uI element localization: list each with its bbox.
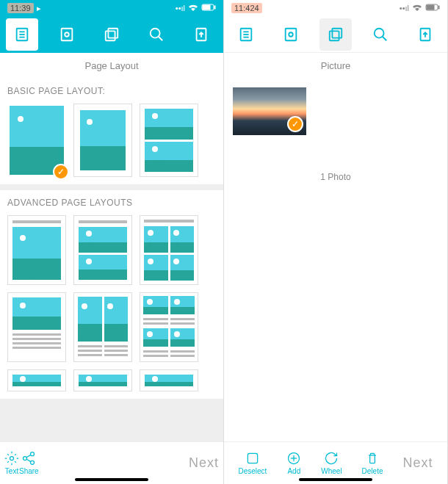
add-label: Add bbox=[287, 467, 300, 475]
section-advanced-title: ADVANCED PAGE LAYOUTS bbox=[7, 198, 216, 208]
layout-header-4img[interactable] bbox=[140, 215, 198, 285]
signal-icon: ••ıl bbox=[400, 4, 409, 12]
tab-search[interactable] bbox=[364, 18, 397, 51]
wheel-label: Wheel bbox=[321, 467, 342, 475]
layout-extra-3[interactable] bbox=[140, 369, 198, 391]
svg-rect-34 bbox=[248, 453, 257, 463]
content-area: BASIC PAGE LAYOUT: ✓ ADVANCED PAGE LAYOU… bbox=[0, 79, 223, 441]
svg-line-12 bbox=[159, 37, 163, 41]
page-title: Picture bbox=[224, 53, 447, 79]
share-button[interactable]: Share bbox=[19, 451, 39, 475]
next-button[interactable]: Next bbox=[189, 455, 219, 471]
svg-rect-30 bbox=[330, 31, 339, 40]
tab-layout[interactable] bbox=[230, 18, 262, 51]
svg-point-8 bbox=[65, 32, 69, 37]
section-basic-title: BASIC PAGE LAYOUT: bbox=[7, 86, 216, 96]
svg-rect-10 bbox=[106, 31, 115, 40]
layout-extra-1[interactable] bbox=[7, 369, 66, 391]
wifi-icon bbox=[412, 4, 422, 12]
screen-pictures: 11:424 ••ıl Picture ✓ bbox=[224, 0, 448, 484]
top-tabs bbox=[224, 16, 447, 53]
status-bar: 11:39 ▸ ••ıl bbox=[0, 0, 223, 16]
tab-search[interactable] bbox=[140, 18, 173, 51]
section-advanced: ADVANCED PAGE LAYOUTS bbox=[0, 190, 223, 399]
check-icon: ✓ bbox=[53, 164, 69, 180]
svg-rect-9 bbox=[108, 29, 118, 38]
deselect-button[interactable]: Deselect bbox=[238, 451, 267, 475]
svg-rect-2 bbox=[214, 6, 215, 9]
add-button[interactable]: Add bbox=[286, 451, 301, 475]
layout-two-stacked[interactable] bbox=[140, 104, 198, 177]
svg-point-16 bbox=[24, 457, 27, 460]
status-icons-right: ••ıl bbox=[176, 4, 216, 12]
layout-header-2img[interactable] bbox=[73, 215, 132, 285]
status-time: 11:39 bbox=[7, 3, 34, 13]
page-title: Page Layout bbox=[0, 53, 223, 79]
tab-layout[interactable] bbox=[6, 18, 38, 51]
layout-extra-2[interactable] bbox=[73, 369, 132, 391]
text-button[interactable]: Text bbox=[4, 451, 19, 475]
photo-count: 1 Photo bbox=[224, 172, 447, 182]
screen-page-layout: 11:39 ▸ ••ıl Page Layout bbox=[0, 0, 224, 484]
share-label: Share bbox=[19, 467, 39, 475]
battery-icon bbox=[201, 4, 216, 12]
wheel-button[interactable]: Wheel bbox=[321, 451, 342, 475]
svg-line-32 bbox=[383, 36, 387, 40]
tab-pictures[interactable] bbox=[95, 18, 128, 51]
status-icons-right: ••ıl bbox=[400, 4, 440, 12]
next-button[interactable]: Next bbox=[402, 455, 433, 471]
svg-rect-27 bbox=[286, 28, 297, 40]
svg-point-15 bbox=[31, 452, 35, 456]
tab-upload[interactable] bbox=[409, 18, 441, 51]
section-basic: BASIC PAGE LAYOUT: ✓ bbox=[0, 79, 223, 184]
layout-single-full[interactable]: ✓ bbox=[7, 104, 66, 177]
status-bar: 11:424 ••ıl bbox=[224, 0, 447, 16]
wifi-icon bbox=[188, 4, 198, 12]
layout-2col-img-text[interactable] bbox=[73, 292, 132, 362]
deselect-label: Deselect bbox=[238, 467, 267, 475]
content-area: ✓ 1 Photo bbox=[224, 79, 447, 441]
layout-single-bordered[interactable] bbox=[73, 104, 132, 177]
tab-pictures[interactable] bbox=[319, 18, 352, 51]
svg-point-28 bbox=[289, 32, 293, 37]
svg-rect-1 bbox=[203, 5, 210, 10]
layout-4col-img-text[interactable] bbox=[140, 292, 198, 362]
layout-img-text[interactable] bbox=[7, 292, 66, 362]
status-time: 11:424 bbox=[231, 3, 262, 13]
tab-settings[interactable] bbox=[275, 18, 307, 51]
text-label: Text bbox=[5, 467, 18, 475]
svg-point-14 bbox=[10, 457, 14, 460]
svg-point-17 bbox=[31, 460, 35, 464]
svg-rect-22 bbox=[438, 6, 439, 9]
home-indicator[interactable] bbox=[299, 478, 372, 481]
svg-rect-29 bbox=[332, 28, 342, 37]
svg-line-19 bbox=[26, 459, 31, 461]
svg-rect-7 bbox=[62, 29, 73, 41]
tab-settings[interactable] bbox=[51, 18, 83, 51]
svg-rect-21 bbox=[427, 5, 434, 10]
location-icon: ▸ bbox=[37, 4, 41, 13]
svg-point-31 bbox=[375, 28, 384, 37]
signal-icon: ••ıl bbox=[176, 4, 185, 12]
battery-icon bbox=[425, 4, 440, 12]
tab-upload[interactable] bbox=[185, 18, 217, 51]
photo-thumbnail[interactable]: ✓ bbox=[233, 87, 306, 135]
layout-header-img[interactable] bbox=[7, 215, 66, 285]
top-tabs bbox=[0, 16, 223, 53]
svg-point-11 bbox=[151, 29, 160, 38]
check-icon: ✓ bbox=[287, 116, 303, 132]
svg-line-18 bbox=[26, 455, 31, 457]
delete-button[interactable]: Delete bbox=[362, 451, 383, 475]
delete-label: Delete bbox=[362, 467, 383, 475]
home-indicator[interactable] bbox=[75, 478, 148, 481]
